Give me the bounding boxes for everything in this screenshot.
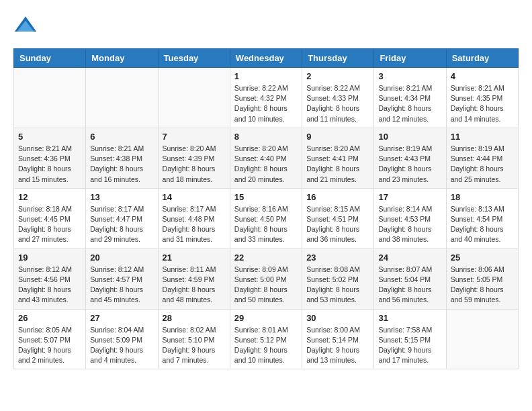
calendar-week-row: 19Sunrise: 8:12 AMSunset: 4:56 PMDayligh… — [14, 248, 519, 309]
calendar-table: SundayMondayTuesdayWednesdayThursdayFrid… — [13, 48, 519, 369]
calendar-cell: 18Sunrise: 8:13 AMSunset: 4:54 PMDayligh… — [446, 188, 518, 248]
logo — [13, 13, 40, 38]
calendar-cell: 24Sunrise: 8:07 AMSunset: 5:04 PMDayligh… — [374, 248, 446, 309]
calendar-cell: 4Sunrise: 8:21 AMSunset: 4:35 PMDaylight… — [446, 68, 518, 128]
day-info: Sunrise: 8:21 AMSunset: 4:36 PMDaylight:… — [18, 144, 81, 185]
calendar-cell: 28Sunrise: 8:02 AMSunset: 5:10 PMDayligh… — [158, 309, 230, 369]
calendar-week-row: 26Sunrise: 8:05 AMSunset: 5:07 PMDayligh… — [14, 309, 519, 369]
day-info: Sunrise: 8:16 AMSunset: 4:50 PMDaylight:… — [234, 204, 298, 245]
day-number: 25 — [451, 253, 514, 263]
calendar-cell: 12Sunrise: 8:18 AMSunset: 4:45 PMDayligh… — [14, 188, 86, 248]
calendar-cell: 16Sunrise: 8:15 AMSunset: 4:51 PMDayligh… — [302, 188, 374, 248]
day-info: Sunrise: 7:58 AMSunset: 5:15 PMDaylight:… — [378, 325, 441, 366]
day-number: 10 — [378, 132, 441, 142]
day-number: 26 — [18, 313, 81, 323]
calendar-cell: 3Sunrise: 8:21 AMSunset: 4:34 PMDaylight… — [374, 68, 446, 128]
calendar-cell: 1Sunrise: 8:22 AMSunset: 4:32 PMDaylight… — [230, 68, 302, 128]
day-info: Sunrise: 8:09 AMSunset: 5:00 PMDaylight:… — [234, 265, 298, 306]
calendar-cell: 14Sunrise: 8:17 AMSunset: 4:48 PMDayligh… — [158, 188, 230, 248]
day-info: Sunrise: 8:20 AMSunset: 4:40 PMDaylight:… — [234, 144, 298, 185]
day-info: Sunrise: 8:20 AMSunset: 4:41 PMDaylight:… — [306, 144, 369, 185]
day-number: 3 — [378, 71, 441, 81]
weekday-header-row: SundayMondayTuesdayWednesdayThursdayFrid… — [14, 49, 519, 68]
day-info: Sunrise: 8:01 AMSunset: 5:12 PMDaylight:… — [234, 325, 298, 366]
day-info: Sunrise: 8:21 AMSunset: 4:34 PMDaylight:… — [378, 83, 441, 124]
weekday-header-friday: Friday — [374, 49, 446, 68]
day-info: Sunrise: 8:13 AMSunset: 4:54 PMDaylight:… — [451, 204, 514, 245]
day-info: Sunrise: 8:17 AMSunset: 4:47 PMDaylight:… — [90, 204, 153, 245]
calendar-cell: 21Sunrise: 8:11 AMSunset: 4:59 PMDayligh… — [158, 248, 230, 309]
day-number: 18 — [451, 192, 514, 202]
calendar-cell: 19Sunrise: 8:12 AMSunset: 4:56 PMDayligh… — [14, 248, 86, 309]
calendar-cell: 23Sunrise: 8:08 AMSunset: 5:02 PMDayligh… — [302, 248, 374, 309]
calendar-cell: 29Sunrise: 8:01 AMSunset: 5:12 PMDayligh… — [230, 309, 302, 369]
calendar-cell: 15Sunrise: 8:16 AMSunset: 4:50 PMDayligh… — [230, 188, 302, 248]
page-header — [13, 13, 519, 38]
calendar-cell: 7Sunrise: 8:20 AMSunset: 4:39 PMDaylight… — [158, 128, 230, 188]
calendar-week-row: 5Sunrise: 8:21 AMSunset: 4:36 PMDaylight… — [14, 128, 519, 188]
day-number: 8 — [234, 132, 298, 142]
calendar-cell — [158, 68, 230, 128]
day-info: Sunrise: 8:14 AMSunset: 4:53 PMDaylight:… — [378, 204, 441, 245]
day-number: 16 — [306, 192, 369, 202]
day-info: Sunrise: 8:00 AMSunset: 5:14 PMDaylight:… — [306, 325, 369, 366]
day-info: Sunrise: 8:07 AMSunset: 5:04 PMDaylight:… — [378, 265, 441, 306]
day-info: Sunrise: 8:04 AMSunset: 5:09 PMDaylight:… — [90, 325, 153, 366]
day-number: 13 — [90, 192, 153, 202]
day-info: Sunrise: 8:08 AMSunset: 5:02 PMDaylight:… — [306, 265, 369, 306]
calendar-cell: 2Sunrise: 8:22 AMSunset: 4:33 PMDaylight… — [302, 68, 374, 128]
calendar-cell: 6Sunrise: 8:21 AMSunset: 4:38 PMDaylight… — [86, 128, 158, 188]
day-number: 12 — [18, 192, 81, 202]
day-info: Sunrise: 8:18 AMSunset: 4:45 PMDaylight:… — [18, 204, 81, 245]
day-info: Sunrise: 8:20 AMSunset: 4:39 PMDaylight:… — [163, 144, 226, 185]
day-info: Sunrise: 8:22 AMSunset: 4:32 PMDaylight:… — [234, 83, 298, 124]
calendar-cell: 11Sunrise: 8:19 AMSunset: 4:44 PMDayligh… — [446, 128, 518, 188]
weekday-header-wednesday: Wednesday — [230, 49, 302, 68]
calendar-week-row: 1Sunrise: 8:22 AMSunset: 4:32 PMDaylight… — [14, 68, 519, 128]
day-number: 24 — [378, 253, 441, 263]
day-info: Sunrise: 8:21 AMSunset: 4:35 PMDaylight:… — [451, 83, 514, 124]
calendar-cell: 30Sunrise: 8:00 AMSunset: 5:14 PMDayligh… — [302, 309, 374, 369]
day-info: Sunrise: 8:12 AMSunset: 4:57 PMDaylight:… — [90, 265, 153, 306]
calendar-cell — [446, 309, 518, 369]
day-info: Sunrise: 8:12 AMSunset: 4:56 PMDaylight:… — [18, 265, 81, 306]
day-number: 31 — [378, 313, 441, 323]
calendar-cell: 20Sunrise: 8:12 AMSunset: 4:57 PMDayligh… — [86, 248, 158, 309]
day-number: 1 — [234, 71, 298, 81]
day-info: Sunrise: 8:02 AMSunset: 5:10 PMDaylight:… — [163, 325, 226, 366]
day-number: 19 — [18, 253, 81, 263]
calendar-cell: 22Sunrise: 8:09 AMSunset: 5:00 PMDayligh… — [230, 248, 302, 309]
day-info: Sunrise: 8:15 AMSunset: 4:51 PMDaylight:… — [306, 204, 369, 245]
calendar-cell: 25Sunrise: 8:06 AMSunset: 5:05 PMDayligh… — [446, 248, 518, 309]
day-info: Sunrise: 8:19 AMSunset: 4:44 PMDaylight:… — [451, 144, 514, 185]
day-info: Sunrise: 8:22 AMSunset: 4:33 PMDaylight:… — [306, 83, 369, 124]
day-number: 7 — [163, 132, 226, 142]
calendar-cell: 27Sunrise: 8:04 AMSunset: 5:09 PMDayligh… — [86, 309, 158, 369]
day-number: 15 — [234, 192, 298, 202]
day-info: Sunrise: 8:11 AMSunset: 4:59 PMDaylight:… — [163, 265, 226, 306]
day-number: 17 — [378, 192, 441, 202]
day-number: 5 — [18, 132, 81, 142]
weekday-header-thursday: Thursday — [302, 49, 374, 68]
calendar-cell: 5Sunrise: 8:21 AMSunset: 4:36 PMDaylight… — [14, 128, 86, 188]
calendar-cell: 17Sunrise: 8:14 AMSunset: 4:53 PMDayligh… — [374, 188, 446, 248]
calendar-cell: 9Sunrise: 8:20 AMSunset: 4:41 PMDaylight… — [302, 128, 374, 188]
day-number: 11 — [451, 132, 514, 142]
calendar-week-row: 12Sunrise: 8:18 AMSunset: 4:45 PMDayligh… — [14, 188, 519, 248]
day-number: 6 — [90, 132, 153, 142]
day-info: Sunrise: 8:21 AMSunset: 4:38 PMDaylight:… — [90, 144, 153, 185]
day-info: Sunrise: 8:17 AMSunset: 4:48 PMDaylight:… — [163, 204, 226, 245]
day-info: Sunrise: 8:19 AMSunset: 4:43 PMDaylight:… — [378, 144, 441, 185]
calendar-cell: 31Sunrise: 7:58 AMSunset: 5:15 PMDayligh… — [374, 309, 446, 369]
day-number: 9 — [306, 132, 369, 142]
calendar-cell: 8Sunrise: 8:20 AMSunset: 4:40 PMDaylight… — [230, 128, 302, 188]
weekday-header-sunday: Sunday — [14, 49, 86, 68]
calendar-cell: 13Sunrise: 8:17 AMSunset: 4:47 PMDayligh… — [86, 188, 158, 248]
day-number: 28 — [163, 313, 226, 323]
day-number: 30 — [306, 313, 369, 323]
weekday-header-monday: Monday — [86, 49, 158, 68]
calendar-cell: 10Sunrise: 8:19 AMSunset: 4:43 PMDayligh… — [374, 128, 446, 188]
day-number: 23 — [306, 253, 369, 263]
calendar-cell: 26Sunrise: 8:05 AMSunset: 5:07 PMDayligh… — [14, 309, 86, 369]
day-number: 21 — [163, 253, 226, 263]
